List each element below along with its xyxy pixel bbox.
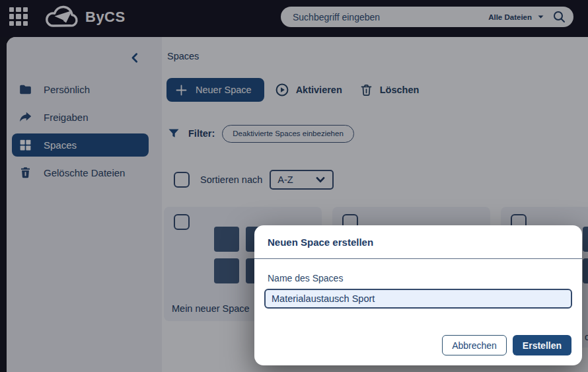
cancel-button[interactable]: Abbrechen xyxy=(442,335,507,355)
space-name-input[interactable] xyxy=(264,289,572,309)
space-name-label: Name des Spaces xyxy=(268,273,572,283)
modal-title: Neuen Space erstellen xyxy=(254,225,582,259)
create-space-modal: Neuen Space erstellen Name des Spaces Ab… xyxy=(254,225,582,365)
modal-footer: Abbrechen Erstellen xyxy=(442,335,571,355)
create-button[interactable]: Erstellen xyxy=(513,335,571,355)
modal-body: Name des Spaces xyxy=(254,259,582,309)
